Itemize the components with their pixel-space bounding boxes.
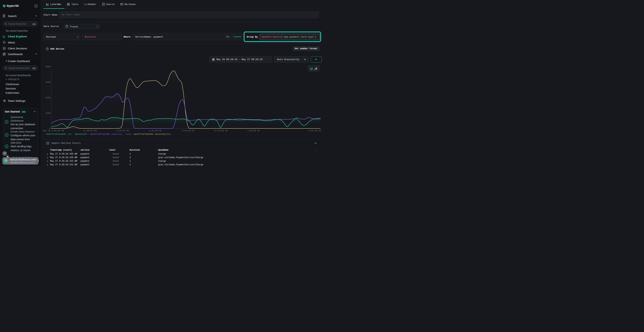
svg-text:300M: 300M: [45, 96, 50, 99]
svg-text:12:30:00 PM: 12:30:00 PM: [83, 130, 96, 132]
svg-text:450M: 450M: [45, 81, 50, 83]
svg-text:12:30:00 AM: 12:30:00 AM: [214, 130, 228, 132]
svg-text:9:00:00 AM: 9:00:00 AM: [308, 130, 321, 132]
svg-text:600M: 600M: [45, 66, 50, 68]
svg-text:9:30:00 PM: 9:30:00 PM: [182, 130, 194, 132]
svg-text:May 26 9:00:00 AM: May 26 9:00:00 AM: [43, 130, 64, 132]
svg-text:150M: 150M: [45, 112, 50, 114]
svg-text:6:30:00 PM: 6:30:00 PM: [149, 130, 161, 132]
svg-text:3:30:00 PM: 3:30:00 PM: [116, 130, 128, 132]
svg-text:3:30:00 AM: 3:30:00 AM: [247, 130, 260, 132]
